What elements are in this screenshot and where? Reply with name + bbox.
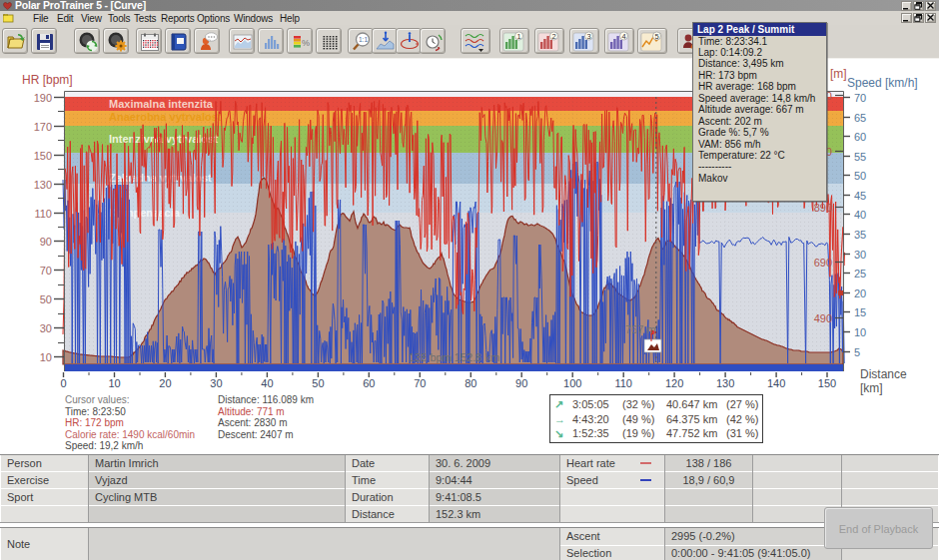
- svg-text:150: 150: [34, 150, 52, 162]
- svg-text:10: 10: [108, 377, 120, 389]
- svg-text:30: 30: [854, 249, 866, 261]
- svg-text:40: 40: [261, 377, 273, 389]
- svg-text:2: 2: [551, 32, 555, 41]
- svg-text:110: 110: [614, 377, 632, 389]
- svg-text:4: 4: [621, 32, 625, 41]
- svg-text:30: 30: [40, 322, 52, 334]
- svg-text:Anaerobna vytrvalost: Anaerobna vytrvalost: [109, 111, 222, 123]
- svg-text:20: 20: [854, 287, 866, 299]
- svg-text:50: 50: [40, 293, 52, 305]
- svg-text:138 bpm 152.8 km: 138 bpm 152.8 km: [409, 351, 499, 363]
- svg-text:170: 170: [34, 121, 52, 133]
- svg-text:15: 15: [854, 306, 866, 318]
- svg-text:130: 130: [34, 179, 52, 191]
- svg-text:190: 190: [34, 92, 52, 104]
- svg-text:1: 1: [516, 32, 520, 41]
- svg-text:40: 40: [854, 209, 866, 221]
- svg-text:140: 140: [767, 377, 785, 389]
- svg-text:90: 90: [40, 236, 52, 248]
- svg-text:35: 35: [854, 229, 866, 241]
- svg-text:30: 30: [210, 377, 222, 389]
- svg-text:50: 50: [854, 170, 866, 182]
- svg-text:70: 70: [854, 92, 866, 104]
- svg-text:%: %: [302, 38, 310, 48]
- svg-text:70: 70: [40, 265, 52, 277]
- svg-text:70: 70: [414, 377, 426, 389]
- svg-text:1:1: 1:1: [359, 36, 368, 43]
- svg-text:60: 60: [363, 377, 375, 389]
- svg-text:110: 110: [34, 208, 52, 220]
- svg-text:45: 45: [854, 190, 866, 202]
- svg-text:90: 90: [515, 377, 527, 389]
- svg-text:65: 65: [854, 112, 866, 124]
- svg-text:150: 150: [818, 377, 836, 389]
- svg-text:Maximalna intenzita: Maximalna intenzita: [109, 98, 214, 110]
- svg-text:60: 60: [854, 131, 866, 143]
- svg-text:10: 10: [40, 351, 52, 363]
- svg-text:80: 80: [465, 377, 476, 389]
- svg-text:10: 10: [854, 326, 866, 338]
- svg-text:5: 5: [854, 346, 860, 358]
- svg-text:3: 3: [586, 32, 590, 41]
- svg-text:5: 5: [654, 32, 658, 41]
- svg-text:100: 100: [563, 377, 581, 389]
- svg-text:25: 25: [854, 268, 866, 280]
- svg-text:20: 20: [159, 377, 171, 389]
- svg-text:0: 0: [60, 377, 66, 389]
- svg-text:130: 130: [716, 377, 734, 389]
- svg-text:Intenzivna vytrvalost: Intenzivna vytrvalost: [109, 133, 218, 145]
- svg-text:767 m: 767 m: [625, 323, 656, 335]
- svg-text:690: 690: [814, 257, 832, 269]
- svg-text:490: 490: [814, 312, 832, 324]
- svg-text:890: 890: [814, 202, 832, 214]
- svg-text:120: 120: [665, 377, 683, 389]
- svg-text:55: 55: [854, 151, 866, 163]
- svg-text:50: 50: [312, 377, 324, 389]
